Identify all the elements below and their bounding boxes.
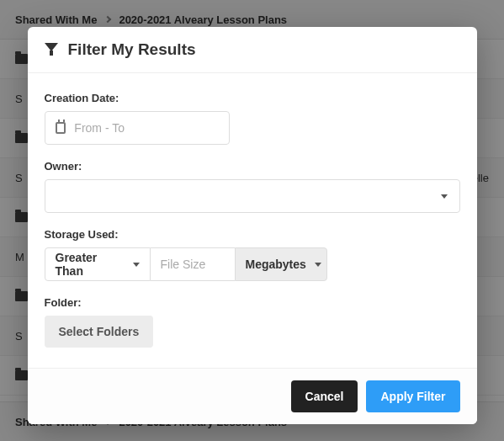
creation-date-input-wrapper[interactable] (45, 111, 230, 145)
storage-row: Greater Than Megabytes (45, 247, 460, 281)
owner-label: Owner: (45, 160, 460, 173)
modal-title: Filter My Results (68, 40, 196, 59)
filter-icon (45, 43, 58, 56)
modal-header: Filter My Results (28, 27, 477, 73)
modal-body: Creation Date: Owner: Storage Used: Grea… (28, 73, 477, 368)
cancel-button[interactable]: Cancel (291, 380, 358, 412)
owner-field: Owner: (45, 160, 460, 213)
storage-comparator-select[interactable]: Greater Than (45, 247, 151, 281)
storage-field: Storage Used: Greater Than Megabytes (45, 228, 460, 281)
storage-unit-select[interactable]: Megabytes (235, 247, 327, 281)
modal-footer: Cancel Apply Filter (28, 368, 477, 424)
storage-label: Storage Used: (45, 228, 460, 241)
folder-label: Folder: (45, 296, 460, 309)
owner-select[interactable] (45, 179, 460, 213)
file-size-input[interactable] (151, 247, 235, 281)
modal-overlay: Filter My Results Creation Date: Owner: … (0, 0, 504, 441)
apply-filter-button[interactable]: Apply Filter (366, 380, 459, 412)
storage-unit-value: Megabytes (246, 258, 306, 271)
select-folders-button[interactable]: Select Folders (45, 316, 154, 348)
creation-date-input[interactable] (74, 121, 218, 135)
chevron-down-icon (315, 263, 321, 267)
calendar-icon (56, 122, 66, 134)
creation-date-label: Creation Date: (45, 92, 460, 104)
creation-date-field: Creation Date: (45, 92, 460, 145)
filter-modal: Filter My Results Creation Date: Owner: … (28, 27, 477, 424)
chevron-down-icon (441, 194, 448, 199)
chevron-down-icon (133, 263, 140, 267)
storage-comparator-value: Greater Than (56, 251, 125, 278)
folder-field: Folder: Select Folders (45, 296, 460, 348)
